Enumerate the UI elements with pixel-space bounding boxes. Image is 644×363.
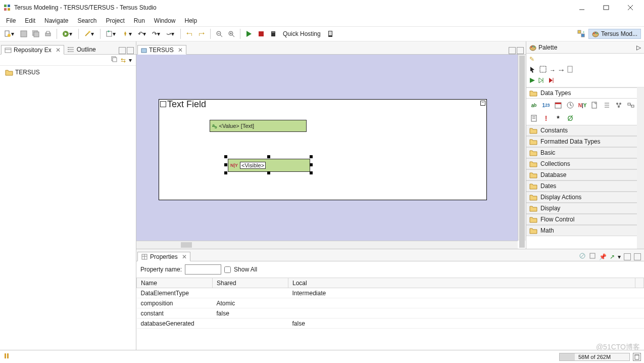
palette-scrollbar[interactable] [637, 87, 644, 249]
print-button[interactable] [43, 28, 53, 39]
run-tool-icon[interactable] [529, 77, 535, 85]
model-collapse-icon[interactable]: − [480, 101, 485, 106]
collapse-all-icon[interactable] [111, 56, 118, 64]
close-icon[interactable]: ✕ [56, 47, 61, 54]
link-icon[interactable]: ⇆ [121, 57, 126, 64]
slot-visible-edit[interactable]: <Visible> [240, 162, 266, 169]
device-button[interactable] [326, 28, 335, 39]
run-button[interactable] [244, 28, 254, 39]
drawer-database[interactable]: Database [526, 169, 644, 180]
col-shared[interactable]: Shared [213, 278, 288, 288]
drawer-math[interactable]: Math [526, 225, 644, 236]
drawer-constants[interactable]: Constants [526, 125, 644, 136]
any-type-icon[interactable]: * [554, 114, 563, 123]
time-type-icon[interactable] [566, 101, 575, 110]
save-all-button[interactable] [31, 28, 40, 39]
show-all-checkbox[interactable] [224, 266, 231, 273]
dashed-connector-tool-icon[interactable]: ⤍ [559, 67, 564, 74]
selection-handles[interactable]: N|Y <Visible> [225, 156, 312, 173]
menu-window[interactable]: Window [150, 16, 180, 25]
file-type-icon[interactable] [590, 101, 599, 110]
drawer-basic[interactable]: Basic [526, 147, 644, 158]
nav-step-button[interactable]: ⤻ ▾ [165, 28, 176, 39]
new-button[interactable]: ▾ [3, 28, 16, 39]
zoom-in-button[interactable] [227, 28, 236, 39]
table-row[interactable]: DataElementTypeIntermediate [137, 288, 644, 298]
view-maximize-button[interactable] [634, 253, 641, 260]
zoom-out-button[interactable] [215, 28, 224, 39]
view-maximize-button[interactable] [517, 47, 524, 54]
perspective-tersus[interactable]: Tersus Mod... [588, 29, 641, 39]
properties-table[interactable]: Name Shared Local DataElementTypeInterme… [136, 278, 644, 350]
editor-canvas[interactable]: Text Field − ab <Value> [Text] N|Y <Visi… [136, 55, 518, 241]
palette-collapse-icon[interactable]: ▷ [636, 44, 641, 51]
map-type-icon[interactable] [626, 101, 635, 110]
run-config-button[interactable]: ▾ [61, 28, 74, 39]
view-minimize-button[interactable] [119, 47, 126, 54]
editor-vscrollbar[interactable] [518, 55, 526, 241]
col-local[interactable]: Local [288, 278, 635, 288]
history-back-button[interactable]: ⮢ [185, 28, 194, 39]
view-maximize-button[interactable] [127, 47, 134, 54]
new-window-button[interactable]: ▾ [105, 28, 118, 39]
date-type-icon[interactable] [554, 101, 563, 110]
window-close-button[interactable] [623, 2, 638, 13]
connector-tool-icon[interactable]: → [550, 67, 556, 74]
menu-edit[interactable]: Edit [21, 16, 39, 25]
menu-project[interactable]: Project [102, 16, 128, 25]
editor-tab-tersus[interactable]: TERSUS ✕ [137, 45, 186, 55]
stop-button[interactable] [257, 28, 266, 39]
slot-visible[interactable]: N|Y <Visible> [228, 159, 310, 172]
table-row[interactable]: constantfalse [137, 308, 644, 319]
close-icon[interactable]: ✕ [178, 47, 183, 54]
table-row[interactable]: compositionAtomic [137, 298, 644, 308]
prop-view-menu[interactable]: ▾ [618, 253, 621, 260]
property-name-input[interactable] [185, 264, 221, 275]
view-minimize-button[interactable] [509, 47, 516, 54]
prop-tool-pin[interactable]: 📌 [599, 253, 607, 260]
menu-help[interactable]: Help [181, 16, 202, 25]
quick-hosting-label[interactable]: Quick Hosting [281, 30, 323, 37]
step-tool-icon[interactable] [538, 77, 546, 85]
view-minimize-button[interactable] [624, 253, 631, 260]
palette-body[interactable]: Data Types ab 123 N|Y [526, 87, 644, 249]
drawer-formatted[interactable]: Formatted Data Types [526, 136, 644, 147]
drawer-display[interactable]: Display [526, 203, 644, 214]
tab-outline[interactable]: Outline [64, 44, 100, 54]
memory-bar[interactable]: 58M of 262M [559, 353, 630, 361]
menu-file[interactable]: File [2, 16, 20, 25]
gc-button[interactable] [633, 353, 641, 361]
tree-type-icon[interactable] [614, 101, 623, 110]
tab-repository[interactable]: Repository Ex ✕ [1, 45, 64, 55]
menu-run[interactable]: Run [130, 16, 149, 25]
skip-tool-icon[interactable] [549, 77, 556, 85]
model-text-field[interactable]: Text Field − ab <Value> [Text] N|Y <Visi… [159, 99, 487, 200]
pin-button[interactable]: ▾ [121, 28, 134, 39]
marquee-tool-icon[interactable] [539, 66, 547, 74]
prop-tool-1[interactable] [579, 252, 586, 261]
drawer-data-types[interactable]: Data Types [526, 87, 644, 99]
open-perspective-button[interactable]: + [576, 28, 586, 39]
nav-back-button[interactable]: ↶ ▾ [137, 28, 148, 39]
save-button[interactable] [19, 28, 28, 39]
document-type-icon[interactable] [529, 114, 538, 123]
window-minimize-button[interactable] [574, 2, 589, 13]
menu-search[interactable]: Search [73, 16, 101, 25]
boolean-type-icon[interactable]: N|Y [578, 101, 587, 110]
nothing-type-icon[interactable]: Ø [566, 114, 575, 123]
slot-value[interactable]: ab <Value> [Text] [210, 120, 307, 132]
close-icon[interactable]: ✕ [182, 253, 187, 260]
brush-tool-icon[interactable]: ✎ [529, 56, 534, 63]
prop-tool-2[interactable] [589, 252, 596, 261]
number-type-icon[interactable]: 123 [541, 101, 551, 110]
drawer-flow-control[interactable]: Flow Control [526, 214, 644, 225]
col-name[interactable]: Name [137, 278, 213, 288]
drawer-collections[interactable]: Collections [526, 158, 644, 169]
wand-button[interactable]: ▾ [83, 28, 96, 39]
nav-fwd-button[interactable]: ↷ ▾ [151, 28, 162, 39]
error-type-icon[interactable]: ! [541, 114, 551, 123]
menu-navigate[interactable]: Navigate [40, 16, 72, 25]
window-maximize-button[interactable] [599, 2, 614, 13]
history-fwd-button[interactable]: ⮣ [197, 28, 206, 39]
table-row[interactable]: databaseGeneratedfalse [137, 319, 644, 329]
